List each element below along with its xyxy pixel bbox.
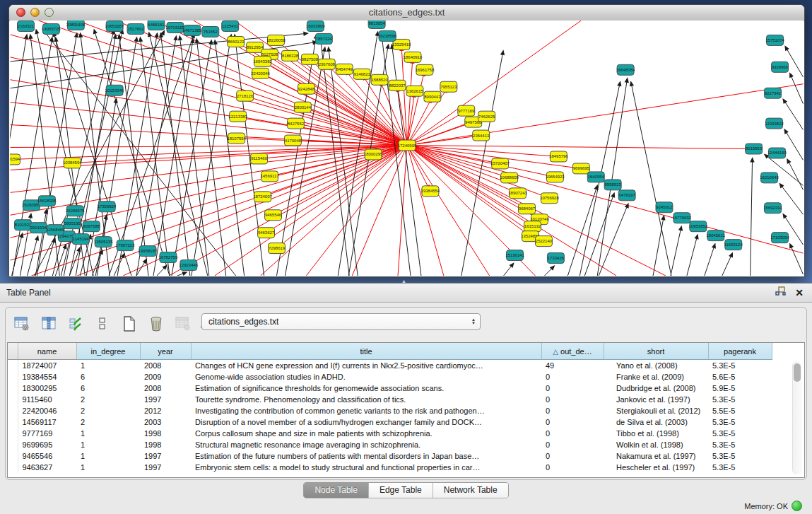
cell-in_degree[interactable]: 1: [76, 439, 140, 450]
table-row[interactable]: 969969511998Structural magnetic resonanc…: [8, 439, 772, 450]
cell-out_degree[interactable]: 0: [541, 428, 604, 439]
show-columns-icon[interactable]: [40, 315, 58, 333]
cell-year[interactable]: 1997: [140, 450, 191, 462]
column-header-title[interactable]: title: [191, 343, 541, 360]
clear-selection-icon[interactable]: [93, 315, 112, 333]
network-canvas[interactable]: 8660123182260588912954912750816543382818…: [10, 21, 804, 276]
cell-out_degree[interactable]: 0: [541, 382, 604, 394]
memory-status-icon[interactable]: [792, 501, 802, 511]
cell-title[interactable]: Estimation of the future numbers of pati…: [191, 450, 541, 462]
cell-title[interactable]: Genome-wide association studies in ADHD.: [191, 371, 541, 382]
cell-out_degree[interactable]: 0: [541, 462, 604, 473]
cell-in_degree[interactable]: 2: [76, 416, 140, 428]
cell-pagerank[interactable]: 5.3E-5: [708, 394, 772, 405]
cell-title[interactable]: Estimation of significance thresholds fo…: [191, 382, 541, 394]
cell-title[interactable]: Changes of HCN gene expression and I(f) …: [191, 360, 541, 372]
cell-out_degree[interactable]: 0: [541, 405, 604, 416]
close-panel-icon[interactable]: ✕: [795, 287, 804, 298]
cell-in_degree[interactable]: 1: [76, 450, 140, 462]
column-header-short[interactable]: short: [604, 343, 708, 360]
cell-in_degree[interactable]: 1: [76, 462, 140, 473]
cell-pagerank[interactable]: 5.9E-5: [708, 382, 772, 394]
cell-name[interactable]: 22420046: [18, 405, 76, 416]
cell-in_degree[interactable]: 6: [76, 371, 140, 382]
cell-short[interactable]: Stergiakouli et al. (2012): [604, 405, 708, 416]
table-row[interactable]: 977716911998Corpus callosum shape and si…: [8, 428, 772, 439]
select-all-icon[interactable]: [66, 315, 85, 333]
cell-short[interactable]: Dudbridge et al. (2008): [604, 382, 708, 394]
table-scrollbar-thumb[interactable]: [794, 363, 801, 382]
cell-name[interactable]: 9465546: [18, 450, 76, 462]
table-row[interactable]: 911546021997Tourette syndrome. Phenomeno…: [8, 394, 772, 405]
cell-title[interactable]: Corpus callosum shape and size in male p…: [191, 428, 541, 439]
column-header-year[interactable]: year: [140, 343, 191, 360]
table-scrollbar[interactable]: [792, 361, 802, 474]
tab-network-table[interactable]: Network Table: [433, 483, 508, 498]
cell-in_degree[interactable]: 1: [76, 428, 140, 439]
cell-pagerank[interactable]: 5.3E-5: [708, 450, 772, 462]
cell-in_degree[interactable]: 2: [76, 394, 140, 405]
cell-year[interactable]: 2003: [140, 416, 191, 428]
cell-name[interactable]: 14569117: [18, 416, 76, 428]
cell-pagerank[interactable]: 5.6E-5: [708, 371, 772, 382]
delete-table-icon[interactable]: [174, 315, 192, 333]
cell-pagerank[interactable]: 5.3E-5: [708, 428, 772, 439]
cell-in_degree[interactable]: 6: [76, 382, 140, 394]
cell-name[interactable]: 9115460: [18, 394, 76, 405]
cell-year[interactable]: 2008: [140, 360, 191, 372]
cell-name[interactable]: 9463627: [18, 462, 76, 473]
network-window[interactable]: citations_edges.txt 86601231822605889129…: [8, 4, 805, 277]
column-header-out_degree[interactable]: △out_de…: [541, 343, 604, 360]
table-row[interactable]: 946554611997Estimation of the future num…: [8, 450, 772, 462]
cell-short[interactable]: Hescheler et al. (1997): [604, 462, 708, 473]
cell-pagerank[interactable]: 5.3E-5: [708, 360, 772, 372]
column-header-name[interactable]: name: [18, 343, 76, 360]
cell-title[interactable]: Disruption of a novel member of a sodium…: [191, 416, 541, 428]
cell-title[interactable]: Structural magnetic resonance image aver…: [191, 439, 541, 450]
cell-short[interactable]: Yano et al. (2008): [604, 360, 708, 372]
cell-year[interactable]: 1997: [140, 462, 191, 473]
cell-title[interactable]: Investigating the contribution of common…: [191, 405, 541, 416]
cell-year[interactable]: 1998: [140, 439, 191, 450]
cell-title[interactable]: Tourette syndrome. Phenomenology and cla…: [191, 394, 541, 405]
table-row[interactable]: 2242004622012Investigating the contribut…: [8, 405, 772, 416]
cell-in_degree[interactable]: 2: [76, 405, 140, 416]
cell-out_degree[interactable]: 49: [541, 360, 604, 372]
cell-out_degree[interactable]: 0: [541, 371, 604, 382]
cell-short[interactable]: Tibbo et al. (1998): [604, 428, 708, 439]
cell-year[interactable]: 1998: [140, 428, 191, 439]
cell-out_degree[interactable]: 0: [541, 416, 604, 428]
cell-short[interactable]: de Silva et al. (2003): [604, 416, 708, 428]
cell-year[interactable]: 1997: [140, 394, 191, 405]
cell-name[interactable]: 19384554: [18, 371, 76, 382]
cell-pagerank[interactable]: 5.3E-5: [708, 439, 772, 450]
cell-short[interactable]: Jankovic et al. (1997): [604, 394, 708, 405]
cell-short[interactable]: Franke et al. (2009): [604, 371, 708, 382]
column-header-pagerank[interactable]: pagerank: [708, 343, 772, 360]
cell-name[interactable]: 18724007: [18, 360, 76, 372]
cell-year[interactable]: 2009: [140, 371, 191, 382]
cell-short[interactable]: Wolkin et al. (1998): [604, 439, 708, 450]
table-row[interactable]: 1938455462009Genome-wide association stu…: [8, 371, 772, 382]
tab-edge-table[interactable]: Edge Table: [369, 483, 433, 498]
cell-year[interactable]: 2008: [140, 382, 191, 394]
table-row[interactable]: 1456911722003Disruption of a novel membe…: [8, 416, 772, 428]
cell-out_degree[interactable]: 0: [541, 394, 604, 405]
cell-title[interactable]: Embryonic stem cells: a model to study s…: [191, 462, 541, 473]
delete-entries-icon[interactable]: [147, 315, 165, 333]
cell-in_degree[interactable]: 1: [76, 360, 140, 372]
table-settings-icon[interactable]: [13, 315, 31, 333]
cell-out_degree[interactable]: 0: [541, 439, 604, 450]
network-window-titlebar[interactable]: citations_edges.txt: [9, 5, 804, 21]
column-header-in_degree[interactable]: in_degree: [76, 343, 140, 360]
table-row[interactable]: 946362711997Embryonic stem cells: a mode…: [8, 462, 772, 473]
cell-name[interactable]: 18300295: [18, 382, 76, 394]
cell-short[interactable]: Nakamura et al. (1997): [604, 450, 708, 462]
cell-year[interactable]: 2012: [140, 405, 191, 416]
cell-name[interactable]: 9699695: [18, 439, 76, 450]
cell-pagerank[interactable]: 5.5E-5: [708, 405, 772, 416]
table-row[interactable]: 1830029562008Estimation of significance …: [8, 382, 772, 394]
table-row[interactable]: 1872400712008Changes of HCN gene express…: [8, 360, 772, 372]
cell-pagerank[interactable]: 5.3E-5: [708, 416, 772, 428]
table-selector[interactable]: citations_edges.txt ▲▼: [201, 313, 481, 330]
